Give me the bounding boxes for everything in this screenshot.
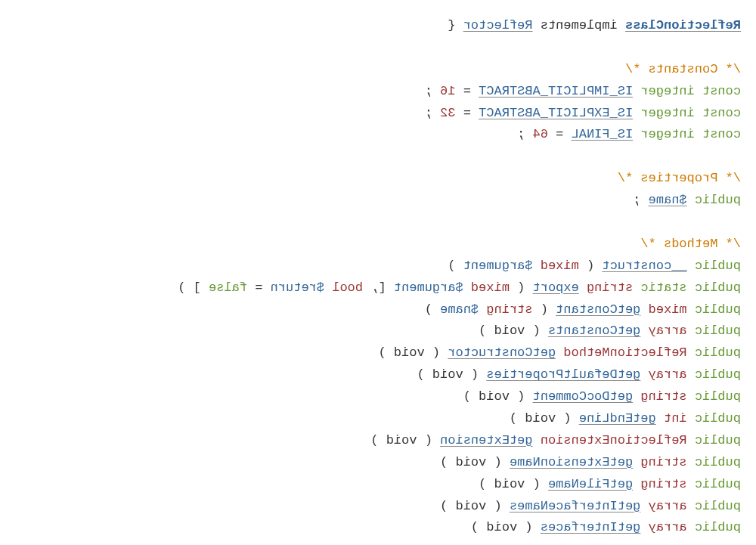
method-declaration: public array getConstants ( void ) — [15, 320, 741, 342]
method-getdefaultproperties[interactable]: getDefaultProperties — [486, 367, 640, 382]
method-export[interactable]: export — [533, 280, 579, 295]
method-declaration: public string getDocComment ( void ) — [15, 386, 741, 408]
method-declaration: public mixed getConstant ( string $name … — [15, 299, 741, 321]
method-declaration: public string getExtensionName ( void ) — [15, 452, 741, 474]
method-declaration: public string getFileName ( void ) — [15, 474, 741, 496]
method-getextension[interactable]: getExtension — [440, 433, 532, 447]
interface-name[interactable]: Reflector — [463, 18, 533, 33]
const-is-implicit-abstract[interactable]: IS_IMPLICIT_ABSTRACT — [479, 84, 633, 98]
const-declaration: const integer IS_EXPLICIT_ABSTRACT = 32 … — [15, 103, 741, 125]
method-getinterfaces[interactable]: getInterfaces — [541, 520, 641, 534]
method-getendline[interactable]: getEndLine — [579, 411, 656, 426]
method-declaration: public int getEndLine ( void ) — [15, 408, 741, 430]
method-getdoccomment[interactable]: getDocComment — [533, 389, 634, 404]
method-getinterfacenames[interactable]: getInterfaceNames — [510, 499, 640, 513]
prop-declaration: public $name ; — [15, 190, 741, 212]
method-getconstants[interactable]: getConstants — [548, 324, 640, 338]
comment-constants: /* Constants */ — [15, 59, 741, 81]
method-declaration: public array getDefaultProperties ( void… — [15, 364, 741, 386]
const-is-final[interactable]: IS_FINAL — [572, 127, 634, 141]
method-declaration: public ReflectionExtension getExtension … — [15, 430, 741, 452]
prop-name[interactable]: $name — [649, 193, 687, 207]
method-declaration: public array getInterfaces ( void ) — [15, 517, 741, 539]
const-declaration: const integer IS_FINAL = 64 ; — [15, 124, 741, 146]
method-construct[interactable]: __construct — [602, 259, 686, 273]
class-declaration: ReflectionClass implements Reflector { — [15, 15, 741, 37]
method-getextensionname[interactable]: getExtensionName — [510, 455, 633, 469]
method-declaration: public __construct ( mixed $argument ) — [15, 255, 741, 277]
method-declaration: public static string export ( mixed $arg… — [15, 277, 741, 299]
method-declaration: public array getInterfaceNames ( void ) — [15, 496, 741, 518]
comment-properties: /* Properties */ — [15, 168, 741, 190]
class-name[interactable]: ReflectionClass — [625, 18, 741, 33]
code-block: ReflectionClass implements Reflector { /… — [15, 15, 756, 539]
method-getfilename[interactable]: getFileName — [548, 477, 633, 491]
const-declaration: const integer IS_IMPLICIT_ABSTRACT = 16 … — [15, 81, 741, 103]
method-declaration: public ReflectionMethod getConstructor (… — [15, 342, 741, 364]
const-is-explicit-abstract[interactable]: IS_EXPLICIT_ABSTRACT — [479, 106, 633, 120]
comment-methods: /* Methods */ — [15, 234, 741, 255]
method-getconstructor[interactable]: getConstructor — [448, 345, 556, 360]
method-getconstant[interactable]: getConstant — [556, 302, 640, 317]
